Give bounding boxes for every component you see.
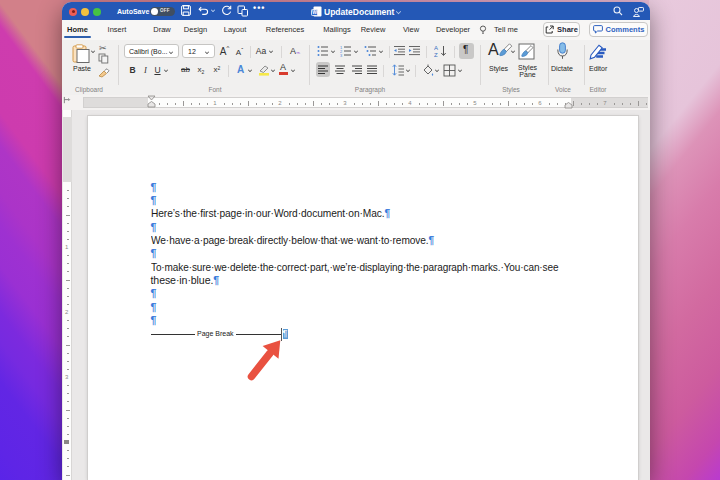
svg-text:3: 3	[340, 53, 343, 58]
svg-text:W: W	[312, 9, 317, 15]
svg-text:Z: Z	[434, 52, 438, 58]
svg-text:A: A	[434, 45, 438, 51]
